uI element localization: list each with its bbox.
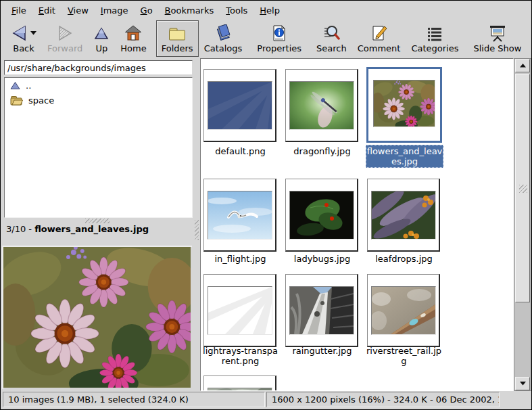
up-button[interactable]: Up [88,20,115,57]
back-label: Back [13,44,34,53]
vertical-splitter-grip[interactable] [195,220,199,240]
statusbar-left: 10 images (1.9 MB), 1 selected (324.0 K) [3,392,265,407]
file-item[interactable]: riverstreet_rail.jpg [367,274,440,347]
file-item-partial[interactable] [203,375,276,391]
up-label: Up [95,44,107,53]
search-icon [322,24,340,42]
toolbar: Back Forward Up [1,20,531,58]
folders-icon [168,26,187,42]
tree-item-parent[interactable]: .. [5,78,192,93]
slideshow-button[interactable]: Slide Show [468,20,527,57]
location-input[interactable] [4,60,193,75]
back-icon [11,24,28,42]
thumbnail-default-png [208,81,272,130]
categories-icon [426,26,443,42]
preview-status: 3/10 - flowers_and_leaves.jpg [6,224,189,236]
scroll-down-button[interactable] [515,377,530,390]
file-item[interactable]: default.png [203,69,276,142]
comment-label: Comment [358,44,401,53]
menu-go[interactable]: Go [135,3,159,18]
thumbnail-riverstreet-rail-jpg [371,286,436,335]
catalogs-label: Catalogs [204,44,243,53]
file-item[interactable]: dragonfly.jpg [285,69,358,142]
properties-button[interactable]: Properties [251,20,307,57]
scroll-up-button[interactable] [515,59,530,72]
home-icon [124,24,142,42]
file-label-selected: flowers_and_leaves.jpg [366,145,443,168]
thumbnail-raingutter-jpg [289,286,354,335]
thumbnail-dragonfly-jpg [289,81,354,130]
thumbnail-pane: default.png dragonfly.jpg [200,58,514,391]
file-label: raingutter.jpg [283,346,361,356]
file-label: leafdrops.jpg [365,254,443,264]
file-item[interactable]: in_flight.jpg [203,179,276,252]
comment-icon [371,24,387,42]
thumbnail-scrollbar[interactable] [514,58,531,391]
forward-button[interactable]: Forward [42,20,88,57]
scrollbar-thumb[interactable] [515,74,530,302]
file-label: ladybugs.jpg [283,254,361,264]
thumbnail-leafdrops-jpg [371,191,436,240]
menu-image[interactable]: Image [95,3,135,18]
thumbnail-flowers-and-leaves-jpg [373,80,435,127]
folders-label: Folders [162,44,193,53]
properties-icon [271,24,287,42]
tree-item-label: .. [26,81,31,91]
home-label: Home [120,44,146,53]
tree-item-space[interactable]: space [5,93,192,108]
back-button[interactable]: Back [5,20,42,57]
file-label: riverstreet_rail.jpg [365,346,443,366]
back-dropdown-icon[interactable] [30,31,37,35]
menu-tools[interactable]: Tools [220,3,253,18]
categories-button[interactable]: Categories [406,20,464,57]
folder-icon [10,95,23,106]
search-button[interactable]: Search [311,20,352,57]
gthumb-window: File Edit View Image Go Bookmarks Tools … [0,0,532,410]
preview-index: 3/10 - [6,224,34,234]
file-item-selected[interactable]: flowers_and_leaves.jpg [366,67,442,143]
file-label: in_flight.jpg [201,254,279,264]
forward-icon [56,24,74,42]
comment-button[interactable]: Comment [352,20,406,57]
thumbnail-ladybugs-jpg [289,191,354,240]
scrollbar-grip [519,185,527,193]
home-button[interactable]: Home [115,20,151,57]
categories-label: Categories [411,44,458,53]
file-item[interactable]: leafdrops.jpg [367,179,440,252]
menu-edit[interactable]: Edit [32,3,62,18]
thumbnail-lightrays-transparent-png [208,286,272,335]
file-item[interactable]: raingutter.jpg [285,274,358,347]
up-icon [93,24,110,42]
tree-item-label: space [28,95,54,106]
status-bar: 10 images (1.9 MB), 1 selected (324.0 K)… [1,390,531,409]
catalogs-button[interactable]: Catalogs [199,20,248,57]
menu-view[interactable]: View [62,3,95,18]
file-label: default.png [201,146,279,156]
slideshow-icon [488,24,507,42]
preview-image [2,246,192,389]
properties-label: Properties [257,44,301,53]
preview-filename: flowers_and_leaves.jpg [34,224,149,234]
menu-file[interactable]: File [5,3,32,18]
menu-bar: File Edit View Image Go Bookmarks Tools … [1,1,531,20]
search-label: Search [316,44,347,53]
catalogs-icon [214,24,232,42]
thumbnail-in-flight-jpg [208,191,272,240]
file-label: dragonfly.jpg [283,146,361,156]
up-triangle-icon [10,81,20,90]
fullscreen-button[interactable]: Full Screen [527,20,532,57]
forward-label: Forward [47,44,82,53]
folder-tree: .. space [4,77,193,218]
statusbar-right: 1600 x 1200 pixels (16%) - 324.0 K - 06 … [266,392,500,407]
file-label: lightrays-transparent.png [201,346,279,366]
menu-help[interactable]: Help [253,3,286,18]
vertical-splitter[interactable] [193,58,200,392]
file-item[interactable]: lightrays-transparent.png [203,274,276,347]
folders-toggle-button[interactable]: Folders [156,20,199,57]
file-item[interactable]: ladybugs.jpg [285,179,358,252]
menu-bookmarks[interactable]: Bookmarks [159,3,220,18]
horizontal-splitter[interactable] [85,219,110,223]
slideshow-label: Slide Show [473,44,521,53]
